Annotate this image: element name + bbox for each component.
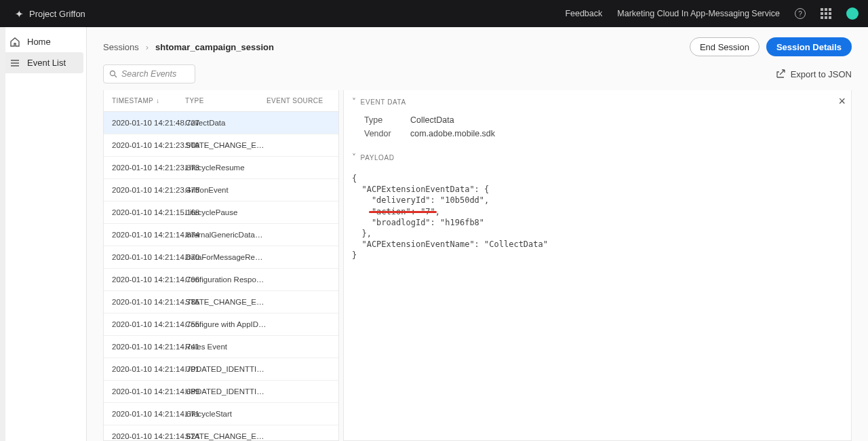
cell-type: STATE_CHANGE_EVENT xyxy=(185,298,267,306)
section-payload[interactable]: ˅ PAYLOAD xyxy=(344,146,851,169)
feedback-link[interactable]: Feedback xyxy=(565,9,602,18)
app-logo[interactable]: ✦ Project Griffon xyxy=(15,9,85,19)
export-icon xyxy=(776,69,785,79)
col-timestamp[interactable]: TIMESTAMP ↓ xyxy=(112,97,185,104)
cell-timestamp: 2020-01-10 14:21:15.168 xyxy=(112,208,185,216)
cell-type: STATE_CHANGE_EVENT xyxy=(185,141,267,149)
svg-point-0 xyxy=(111,71,115,76)
apps-icon[interactable] xyxy=(821,8,831,19)
chevron-right-icon: › xyxy=(146,42,149,52)
top-bar: ✦ Project Griffon Feedback Marketing Clo… xyxy=(0,0,868,27)
avatar[interactable] xyxy=(846,7,859,20)
cell-timestamp: 2020-01-10 14:21:48.727 xyxy=(112,119,185,127)
griffon-icon: ✦ xyxy=(15,9,24,19)
left-sidebar: Home Event List xyxy=(0,27,87,441)
cell-type: CollectData xyxy=(185,119,267,127)
cell-timestamp: 2020-01-10 14:21:14.671 xyxy=(112,410,185,418)
table-row[interactable]: 2020-01-10 14:21:14.741Rules Event xyxy=(104,336,338,358)
chevron-down-icon: ˅ xyxy=(352,153,357,162)
annotation-underline xyxy=(369,211,437,213)
table-row[interactable]: 2020-01-10 14:21:14.870DataForMessageReq… xyxy=(104,246,338,269)
col-type[interactable]: TYPE xyxy=(185,97,267,104)
export-json-button[interactable]: Export to JSON xyxy=(776,69,852,79)
table-row[interactable]: 2020-01-10 14:21:14.689UPDATED_IDENTTIY_… xyxy=(104,381,338,403)
event-detail-panel: × ˅ EVENT DATA Type CollectData Vendor c… xyxy=(343,90,852,441)
close-icon[interactable]: × xyxy=(838,94,846,109)
cell-timestamp: 2020-01-10 14:21:14.701 xyxy=(112,365,185,373)
table-row[interactable]: 2020-01-10 14:21:14.796Configuration Res… xyxy=(104,269,338,291)
table-row[interactable]: 2020-01-10 14:21:14.755Configure with Ap… xyxy=(104,313,338,336)
cell-timestamp: 2020-01-10 14:21:23.475 xyxy=(112,186,185,194)
cell-type: InternalGenericDataEvent xyxy=(185,231,267,239)
breadcrumb-current: shtomar_campaign_session xyxy=(155,42,274,52)
breadcrumb: Sessions › shtomar_campaign_session xyxy=(103,42,274,52)
sidebar-item-label: Home xyxy=(27,37,51,47)
list-icon xyxy=(9,58,20,68)
table-row[interactable]: 2020-01-10 14:21:23.873LifecycleResume xyxy=(104,157,338,179)
table-row[interactable]: 2020-01-10 14:21:14.701UPDATED_IDENTTIY_… xyxy=(104,358,338,381)
cell-timestamp: 2020-01-10 14:21:14.874 xyxy=(112,231,185,239)
cell-timestamp: 2020-01-10 14:21:14.689 xyxy=(112,387,185,396)
col-event-source[interactable]: EVENT SOURCE xyxy=(267,97,330,104)
cell-type: STATE_CHANGE_EVENT xyxy=(185,432,267,440)
table-row[interactable]: 2020-01-10 14:21:14.785STATE_CHANGE_EVEN… xyxy=(104,291,338,313)
end-session-button[interactable]: End Session xyxy=(690,37,760,56)
cell-timestamp: 2020-01-10 14:21:14.785 xyxy=(112,298,185,306)
session-details-button[interactable]: Session Details xyxy=(766,37,852,56)
cell-type: Rules Event xyxy=(185,343,267,351)
cell-type: LifecycleStart xyxy=(185,410,267,418)
table-row[interactable]: 2020-01-10 14:21:15.168LifecyclePause xyxy=(104,202,338,224)
sidebar-item-home[interactable]: Home xyxy=(0,31,86,52)
sidebar-item-event-list[interactable]: Event List xyxy=(3,52,83,73)
cell-timestamp: 2020-01-10 14:21:14.755 xyxy=(112,320,185,328)
cell-timestamp: 2020-01-10 14:21:23.909 xyxy=(112,141,185,149)
sort-down-icon: ↓ xyxy=(156,97,159,104)
cell-type: GriffonEvent xyxy=(185,186,267,194)
cell-timestamp: 2020-01-10 14:21:23.873 xyxy=(112,164,185,172)
event-vendor-row: Vendor com.adobe.mobile.sdk xyxy=(344,127,851,140)
table-row[interactable]: 2020-01-10 14:21:14.671LifecycleStart xyxy=(104,403,338,425)
cell-type: LifecycleResume xyxy=(185,164,267,172)
cell-timestamp: 2020-01-10 14:21:14.796 xyxy=(112,275,185,284)
breadcrumb-parent[interactable]: Sessions xyxy=(103,42,139,52)
cell-timestamp: 2020-01-10 14:21:14.870 xyxy=(112,253,185,261)
page-header: Sessions › shtomar_campaign_session End … xyxy=(87,27,868,56)
cell-type: LifecyclePause xyxy=(185,208,267,216)
search-input[interactable]: Search Events xyxy=(103,64,195,83)
cell-type: UPDATED_IDENTTIY_RESP xyxy=(185,365,267,373)
event-type-row: Type CollectData xyxy=(344,113,851,127)
payload-json[interactable]: { "ACPExtensionEventData": { "deliveryId… xyxy=(344,169,851,269)
cell-type: DataForMessageRequest xyxy=(185,253,267,261)
service-label[interactable]: Marketing Cloud In App-Messaging Service xyxy=(617,9,780,18)
help-icon[interactable]: ? xyxy=(795,8,806,19)
toolbar: Search Events Export to JSON xyxy=(87,56,868,90)
cell-type: UPDATED_IDENTTIY_RESP xyxy=(185,387,267,396)
app-title: Project Griffon xyxy=(29,9,85,19)
table-header: TIMESTAMP ↓ TYPE EVENT SOURCE xyxy=(104,90,338,112)
cell-timestamp: 2020-01-10 14:21:14.741 xyxy=(112,343,185,351)
cell-type: Configuration Response Ev xyxy=(185,275,267,284)
section-event-data[interactable]: ˅ EVENT DATA xyxy=(344,90,851,113)
cell-timestamp: 2020-01-10 14:21:14.624 xyxy=(112,432,185,440)
table-row[interactable]: 2020-01-10 14:21:48.727CollectData xyxy=(104,112,338,134)
chevron-down-icon: ˅ xyxy=(352,97,357,107)
resize-handle[interactable] xyxy=(338,251,339,271)
sidebar-item-label: Event List xyxy=(27,58,66,68)
events-table: TIMESTAMP ↓ TYPE EVENT SOURCE 2020-01-10… xyxy=(103,90,339,441)
svg-line-1 xyxy=(115,75,117,77)
search-icon xyxy=(109,70,117,78)
cell-type: Configure with AppID Inter xyxy=(185,320,267,328)
table-row[interactable]: 2020-01-10 14:21:23.475GriffonEvent xyxy=(104,179,338,202)
table-row[interactable]: 2020-01-10 14:21:23.909STATE_CHANGE_EVEN… xyxy=(104,134,338,157)
home-icon xyxy=(9,37,20,47)
table-row[interactable]: 2020-01-10 14:21:14.874InternalGenericDa… xyxy=(104,224,338,246)
table-row[interactable]: 2020-01-10 14:21:14.624STATE_CHANGE_EVEN… xyxy=(104,425,338,441)
